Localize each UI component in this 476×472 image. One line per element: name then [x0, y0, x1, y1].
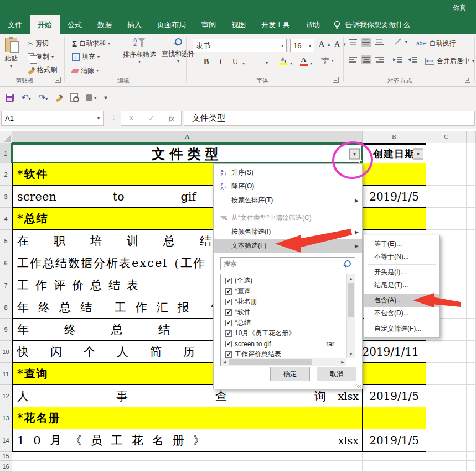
bold-button[interactable]: B	[204, 58, 209, 66]
font-dialog-launcher[interactable]	[333, 77, 339, 83]
scrollbar-thumb[interactable]	[229, 359, 312, 365]
row-header-15[interactable]: 15	[0, 452, 12, 461]
filter-search-input[interactable]	[221, 260, 343, 268]
grow-font-button[interactable]: A▲	[319, 40, 331, 49]
row-header-7[interactable]: 7	[0, 274, 12, 296]
row-header-5[interactable]: 5	[0, 230, 12, 252]
cell-D9[interactable]	[467, 319, 476, 341]
scroll-left-icon[interactable]: ◀	[221, 358, 229, 366]
cancel-entry-icon[interactable]: ✕	[128, 114, 134, 122]
row-header-10[interactable]: 10	[0, 341, 12, 363]
touch-mode-button[interactable]: ▾	[86, 94, 96, 101]
borders-button[interactable]: ▾	[256, 59, 268, 66]
submenu-item-equals[interactable]: 等于(E)...	[364, 238, 439, 250]
find-select-button[interactable]: 查找和选择 ▾	[162, 38, 195, 64]
cell-B11[interactable]	[363, 363, 426, 385]
font-color-button[interactable]: A	[299, 55, 308, 66]
filter-option[interactable]: *花名册	[221, 296, 346, 307]
tab-file[interactable]: 文件	[0, 15, 30, 34]
cell-D4[interactable]	[467, 208, 476, 230]
underline-button[interactable]: U	[232, 58, 238, 66]
alignment-dialog-launcher[interactable]	[465, 77, 470, 83]
cell-B14[interactable]: 2019/1/5	[363, 429, 426, 452]
tab-home[interactable]: 开始	[30, 15, 60, 34]
sort-filter-button[interactable]: AZ 排序和筛选 ▾	[123, 38, 156, 64]
align-center-button[interactable]	[361, 55, 371, 64]
submenu-item-begins-with[interactable]: 开头是(I)...	[364, 266, 439, 279]
row-header-13[interactable]: 13	[0, 407, 12, 429]
tab-view[interactable]: 视图	[224, 15, 253, 34]
undo-button[interactable]: ↶▾	[22, 93, 31, 102]
cell-C10[interactable]	[426, 341, 467, 363]
cell-A16[interactable]	[12, 461, 363, 472]
fill-button[interactable]: ↓ 填充 ▾	[72, 52, 100, 61]
cell-C13[interactable]	[426, 407, 467, 429]
align-top-button[interactable]	[349, 39, 357, 45]
cut-button[interactable]: ✂ 剪切	[28, 39, 49, 48]
autosum-button[interactable]: Σ 自动求和 ▾	[72, 39, 110, 48]
cell-C15[interactable]	[426, 452, 467, 461]
cell-C4[interactable]	[426, 208, 467, 230]
cell-B15[interactable]	[363, 452, 426, 461]
select-all-corner[interactable]	[0, 131, 12, 143]
cell-B2[interactable]	[363, 163, 426, 186]
scroll-up-icon[interactable]: ▲	[347, 274, 355, 282]
row-header-14[interactable]: 14	[0, 429, 12, 452]
cell-D1[interactable]	[467, 143, 476, 163]
clipboard-dialog-launcher[interactable]	[55, 77, 61, 83]
cell-A1[interactable]: 文件类型 ▼	[12, 143, 363, 163]
tab-insert[interactable]: 插入	[120, 15, 149, 34]
submenu-item-custom-filter[interactable]: 自定义筛选(F)...	[364, 322, 439, 335]
submenu-item-contains[interactable]: 包含(A)...	[364, 294, 439, 307]
cell-B12[interactable]: 2019/1/5	[363, 385, 426, 407]
name-box[interactable]: A1 ▾	[1, 111, 104, 126]
cell-D11[interactable]	[467, 363, 476, 385]
align-middle-button[interactable]	[361, 38, 371, 47]
cell-A13[interactable]: *花名册	[12, 407, 363, 429]
filter-option[interactable]: *查询	[221, 286, 346, 296]
tab-developer[interactable]: 开发工具	[253, 15, 298, 34]
redo-button[interactable]: ↷▾	[39, 93, 48, 102]
row-header-16[interactable]: 16	[0, 461, 12, 472]
cell-A15[interactable]	[12, 452, 363, 461]
submenu-item-ends-with[interactable]: 结尾是(T)...	[364, 279, 439, 291]
menu-item-clear-filter[interactable]: 从“文件类型”中清除筛选(C)	[214, 211, 362, 225]
filter-dropdown-A1[interactable]: ▼	[349, 148, 360, 159]
font-name-select[interactable]: 隶书 ▾	[193, 39, 287, 52]
column-header-a[interactable]: A	[12, 131, 363, 143]
align-bottom-button[interactable]	[375, 39, 384, 45]
vertical-scrollbar[interactable]: ▲ ▼	[346, 274, 355, 358]
submenu-item-does-not-contain[interactable]: 不包含(D)...	[364, 307, 439, 320]
column-header-d[interactable]	[467, 131, 476, 143]
menu-item-sort-ascending[interactable]: AZ↓ 升序(S)	[214, 166, 362, 179]
cell-C14[interactable]	[426, 429, 467, 452]
tell-me-box[interactable]: 告诉我你想要做什么	[328, 15, 416, 34]
font-color-caret-icon[interactable]: ▾	[310, 61, 312, 66]
row-header-11[interactable]: 11	[0, 363, 12, 385]
filter-option[interactable]: screen to gifrar	[221, 338, 346, 349]
row-header-3[interactable]: 3	[0, 186, 12, 208]
qat-customize-icon[interactable]: ▾	[104, 94, 107, 101]
row-header-6[interactable]: 6	[0, 252, 12, 274]
formula-input[interactable]: 文件类型	[184, 111, 475, 126]
menu-item-sort-by-color[interactable]: 按颜色排序(T) ▶	[214, 193, 362, 207]
decrease-indent-button[interactable]	[393, 57, 402, 63]
merge-center-button[interactable]: 合并后居中 ▾	[425, 57, 474, 66]
cancel-button[interactable]: 取消	[317, 367, 356, 381]
row-header-9[interactable]: 9	[0, 319, 12, 341]
filter-option[interactable]: *总结	[221, 317, 346, 328]
cell-D5[interactable]	[467, 230, 476, 252]
tab-data[interactable]: 数据	[90, 15, 120, 34]
tab-page-layout[interactable]: 页面布局	[149, 15, 194, 34]
cell-C2[interactable]	[426, 163, 467, 186]
cell-B10[interactable]: 2019/1/11	[363, 341, 426, 363]
filter-option[interactable]: 10月《员工花名册》	[221, 328, 346, 338]
cell-B13[interactable]	[363, 407, 426, 429]
align-left-button[interactable]	[349, 57, 357, 63]
cell-D14[interactable]	[467, 429, 476, 452]
cell-D3[interactable]	[467, 186, 476, 208]
cell-D2[interactable]	[467, 163, 476, 186]
fill-color-button[interactable]	[278, 57, 287, 65]
menu-item-text-filters[interactable]: 文本筛选(F) ▶	[214, 239, 362, 253]
save-icon[interactable]	[6, 94, 14, 102]
